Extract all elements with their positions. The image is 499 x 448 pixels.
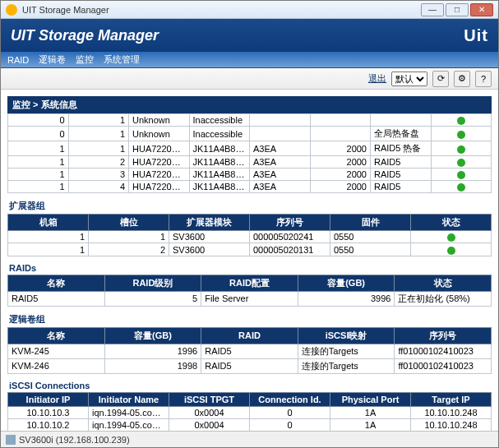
status-ok-icon [447, 247, 455, 255]
cell [411, 231, 492, 243]
status-ok-icon [457, 145, 465, 154]
cell: JK11A4B8KRM3 [189, 156, 250, 169]
column-header[interactable]: 序列号 [250, 215, 330, 231]
table-row[interactable]: 12HUA722020ALA330JK11A4B8KRM3A3EA2000RAI… [8, 156, 492, 169]
volumes-table: 名称容量(GB)RAIDiSCSI映射序列号KVM-2451996RAID5连接… [7, 327, 492, 374]
cell: 4 [68, 181, 129, 193]
table-row[interactable]: 11SV36000000050202410550 [8, 231, 492, 243]
settings-button[interactable]: ⚙ [454, 71, 470, 87]
cell: 0 [8, 114, 69, 127]
cell: 连接的Targets [298, 358, 395, 373]
cell: Unknown [129, 114, 190, 127]
column-header[interactable]: 扩展器模块 [169, 215, 250, 231]
status-text: SV3600i (192.168.100.239) [19, 435, 130, 445]
cell [250, 127, 311, 141]
column-header[interactable]: Target IP [411, 392, 492, 406]
table-row[interactable]: KVM-2461998RAID5连接的Targetsff010001024100… [8, 358, 492, 373]
cell: 0x0004 [169, 418, 250, 431]
cell: 1998 [104, 358, 201, 373]
column-header[interactable]: Initiator IP [8, 392, 89, 406]
table-row[interactable]: 10.10.10.2iqn.1994-05.com.redhat:d615452… [8, 418, 492, 431]
menu-raid[interactable]: RAID [7, 55, 29, 65]
column-header[interactable]: RAID级别 [104, 275, 201, 291]
table-row[interactable]: 13HUA722020ALA330JK11A4B8KS8GA3EA2000RAI… [8, 169, 492, 181]
exit-link[interactable]: 退出 [368, 72, 386, 85]
cell [411, 243, 492, 256]
cell: File Server [201, 291, 298, 306]
column-header[interactable]: 状态 [411, 215, 492, 231]
cell: 10.10.10.248 [411, 406, 492, 418]
cell: RAID5 热备 [371, 141, 432, 156]
help-button[interactable]: ? [475, 71, 492, 87]
cell: 2 [89, 243, 169, 256]
status-ok-icon [457, 131, 465, 139]
cell: 2000 [310, 169, 371, 181]
table-row[interactable]: 14HUA722020ALA330JK11A4B8KRM3A3EA2000RAI… [8, 181, 492, 193]
window-title: UIT Storage Manager [22, 5, 109, 15]
cell: 1996 [104, 344, 201, 358]
cell: 1 [8, 156, 69, 169]
cell: 000005020131 [250, 243, 330, 256]
close-button[interactable]: ✕ [470, 3, 493, 16]
column-header[interactable]: 状态 [395, 275, 492, 291]
cell: HUA722020ALA330 [129, 156, 190, 169]
maximize-button[interactable]: □ [446, 3, 469, 16]
table-row[interactable]: KVM-2451996RAID5连接的Targetsff010001024100… [8, 344, 492, 358]
cell: Unknown [129, 127, 190, 141]
cell: 2000 [310, 141, 371, 156]
column-header[interactable]: iSCSI映射 [298, 327, 395, 344]
cell: 10.10.10.2 [8, 418, 89, 431]
cell: 1A [330, 406, 411, 418]
titlebar[interactable]: UIT Storage Manager — □ ✕ [1, 1, 498, 19]
cell: 2000 [310, 156, 371, 169]
cell: Inaccessible [189, 127, 250, 141]
status-icon [6, 435, 16, 445]
iscsi-table: Initiator IPInitiator NameiSCSI TPGTConn… [7, 392, 492, 431]
raids-table: 名称RAID级别RAID配置容量(GB)状态RAID55File Server3… [7, 275, 492, 307]
cell [310, 114, 371, 127]
table-row[interactable]: 10.10.10.3iqn.1994-05.com.redhat:f2f869f… [8, 406, 492, 418]
cell: ff01000102410023 [395, 358, 492, 373]
cell [250, 114, 311, 127]
cell: 000005020241 [250, 231, 330, 243]
refresh-button[interactable]: ⟳ [432, 71, 449, 87]
cell: 3 [68, 169, 129, 181]
column-header[interactable]: Connection Id. [250, 392, 330, 406]
column-header[interactable]: 槽位 [89, 215, 169, 231]
volumes-title: 逻辑卷组 [7, 310, 492, 327]
menu-monitor[interactable]: 监控 [76, 53, 94, 66]
menu-volume[interactable]: 逻辑卷 [39, 53, 66, 66]
column-header[interactable]: 名称 [8, 275, 105, 291]
cell [431, 169, 492, 181]
column-header[interactable]: 序列号 [395, 327, 492, 344]
cell: A3EA [250, 181, 311, 193]
column-header[interactable]: Initiator Name [89, 392, 169, 406]
column-header[interactable]: RAID [201, 327, 298, 344]
cell: A3EA [250, 156, 311, 169]
app-window: UIT Storage Manager — □ ✕ UIT Storage Ma… [0, 0, 499, 448]
cell: HUA722020ALA330 [129, 181, 190, 193]
brand-logo: Uit [464, 26, 488, 45]
column-header[interactable]: RAID配置 [201, 275, 298, 291]
minimize-button[interactable]: — [421, 3, 444, 16]
column-header[interactable]: 容量(GB) [298, 275, 395, 291]
table-row[interactable]: 01UnknownInaccessible全局热备盘 [8, 127, 492, 141]
cell: RAID5 [8, 291, 105, 306]
column-header[interactable]: iSCSI TPGT [169, 392, 250, 406]
cell: RAID5 [371, 156, 432, 169]
menu-system[interactable]: 系统管理 [104, 53, 140, 66]
status-ok-icon [457, 117, 465, 125]
column-header[interactable]: 机箱 [8, 215, 89, 231]
table-row[interactable]: 11HUA722020ALA330JK11A4B8KRT26A3EA2000RA… [8, 141, 492, 156]
table-row[interactable]: 01UnknownInaccessible [8, 114, 492, 127]
column-header[interactable]: 固件 [330, 215, 411, 231]
column-header[interactable]: Physical Port [330, 392, 411, 406]
cell: SV3600 [169, 231, 250, 243]
column-header[interactable]: 容量(GB) [104, 327, 201, 344]
table-row[interactable]: RAID55File Server3996正在初始化 (58%) [8, 291, 492, 306]
column-header[interactable]: 名称 [8, 327, 105, 344]
view-select[interactable]: 默认 [391, 72, 427, 86]
status-ok-icon [457, 183, 465, 192]
table-row[interactable]: 12SV36000000050201310550 [8, 243, 492, 256]
cell: 2000 [310, 181, 371, 193]
